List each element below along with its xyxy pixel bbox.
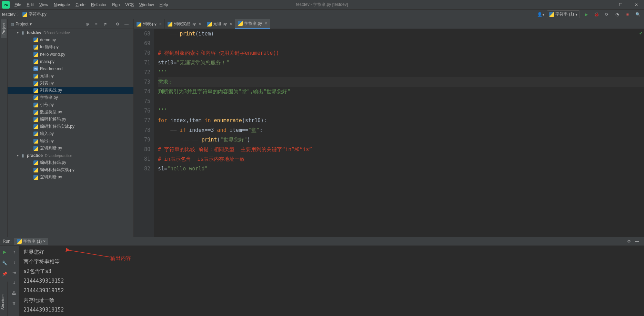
tree-file[interactable]: hello world.py [8,51,133,58]
window-title: testdev - 字符串.py [testdev] [296,2,348,8]
project-view-selector[interactable]: ▤ Project ▾ [10,22,32,27]
scroll-icon[interactable]: ⤓ [10,279,18,287]
tree-file[interactable]: 逻辑判断.py [8,173,133,181]
print-icon[interactable]: 🖶 [10,289,18,297]
titlebar: PC FFileile Edit View Navigate Code Refa… [0,0,644,10]
tree-file[interactable]: 输入.py [8,130,133,137]
tree-file[interactable]: 编码和解码.py [8,116,133,123]
wrench-icon[interactable]: 🔧 [0,259,9,267]
chevron-down-icon: ▾ [575,12,577,17]
rerun-button[interactable]: ▶ [0,248,9,256]
user-icon[interactable]: 👤▾ [536,10,545,19]
project-sidebar: ▤ Project ▾ ⊕ ≡ ≢ ⚙ — ▾ ▮ testdev D:\cod… [8,19,134,237]
run-toolbar-secondary: ↑ ↓ ⇥ ⤓ 🖶 🗑 [9,246,19,316]
tree-file[interactable]: 编码和解码实战.py [8,123,133,130]
pin-icon[interactable]: 📌 [0,270,9,278]
tree-file[interactable]: MDReadme.md [8,65,133,72]
run-hide-icon[interactable]: — [633,237,641,245]
maximize-button[interactable]: ☐ [613,0,628,10]
close-button[interactable]: ✕ [628,0,644,10]
stop-button[interactable]: ■ [623,10,632,19]
debug-button[interactable]: 🐞 [592,10,601,19]
menu-view[interactable]: View [37,1,51,9]
menu-file[interactable]: FFileile [12,1,24,9]
breadcrumb-project[interactable]: testdev [2,12,16,17]
tree-file[interactable]: 输出.py [8,137,133,145]
run-config-name: 字符串 (1) [555,11,574,17]
breadcrumb-file[interactable]: 字符串.py [29,11,47,17]
collapse-icon[interactable]: ≡ [92,20,100,28]
search-everywhere-button[interactable]: 🔍 [634,10,642,19]
menu-help[interactable]: Help [157,1,171,9]
tree-file[interactable]: 列表.py [8,80,133,87]
left-toolwindow-bar: Project [0,19,8,237]
tree-file[interactable]: 引号.py [8,101,133,108]
tree-file[interactable]: 字符串.py [8,94,133,101]
menu-refactor[interactable]: Refactor [88,1,109,9]
tree-file[interactable]: 元组.py [8,72,133,80]
close-icon[interactable]: × [230,22,232,27]
chevron-down-icon: ▾ [30,22,32,27]
breadcrumb: testdev 〉 字符串.py [2,11,47,17]
line-gutter: 686970717273747576777879808182 [134,29,154,237]
project-tree[interactable]: ▾ ▮ testdev D:\code\testdev demo.pyfor循环… [8,29,133,237]
tree-file[interactable]: main.py [8,58,133,65]
navbar: testdev 〉 字符串.py 👤▾ 字符串 (1) ▾ ▶ 🐞 ⟳ ◔ ■ … [0,10,644,19]
editor-tab[interactable]: 元组.py× [204,19,235,29]
app-icon: PC [2,1,10,9]
breadcrumb-sep: 〉 [17,11,21,17]
editor-tab[interactable]: 列表.py× [134,19,165,29]
python-icon [17,239,22,244]
menu-navigate[interactable]: Navigate [51,1,73,9]
structure-tool-tab[interactable]: Structure [0,291,6,313]
run-config-selector[interactable]: 字符串 (1) ▾ [547,10,580,18]
hide-icon[interactable]: — [122,20,131,28]
locate-icon[interactable]: ⊕ [83,20,91,28]
run-button[interactable]: ▶ [582,10,590,19]
editor-tab[interactable]: 字符串.py× [235,19,270,29]
tree-file[interactable]: 列表实战.py [8,87,133,94]
close-icon[interactable]: × [43,239,46,244]
minimize-button[interactable]: ─ [597,0,613,10]
profile-button[interactable]: ◔ [613,10,621,19]
close-icon[interactable]: × [199,22,201,27]
settings-icon[interactable]: ⚙ [113,20,122,28]
tree-file[interactable]: 编码和解码.py [8,159,133,166]
menu-edit[interactable]: Edit [24,1,37,9]
python-icon [549,12,554,17]
tree-root[interactable]: ▾ ▮ testdev D:\code\testdev [8,29,133,36]
close-icon[interactable]: × [159,22,162,27]
inspection-ok-icon[interactable]: ✔ [639,31,643,36]
tree-root-practice[interactable]: ▾ ▮ practice D:\code\practice [8,152,133,159]
editor-tab[interactable]: 列表实战.py× [165,19,204,29]
tree-file[interactable]: 数据类型.py [8,108,133,116]
coverage-button[interactable]: ⟳ [603,10,611,19]
tree-file[interactable]: 逻辑判断.py [8,145,133,152]
run-label: Run: [3,239,11,244]
trash-icon[interactable]: 🗑 [10,299,18,308]
python-icon [22,12,27,17]
tree-file[interactable]: demo.py [8,36,133,43]
expand-icon[interactable]: ≢ [101,20,109,28]
up-icon[interactable]: ↑ [10,248,18,256]
editor-tabs: 列表.py×列表实战.py×元组.py×字符串.py× [134,19,644,29]
menu-vcs[interactable]: VCS [122,1,137,9]
run-tab[interactable]: 字符串 (1) × [14,238,48,245]
annotation-text: 输出内容 [110,255,131,262]
code-lines[interactable]: —— print(item) # 得到对象的索引和内容 使用关键字enumera… [154,29,644,237]
editor: 列表.py×列表实战.py×元组.py×字符串.py× 686970717273… [134,19,644,237]
close-icon[interactable]: × [265,21,267,26]
softwrap-icon[interactable]: ⇥ [10,268,18,277]
run-panel: Run: 字符串 (1) × ⚙ — ▶ 🔧 📌 ↑ ↓ ⇥ ⤓ 🖶 🗑 世界您… [0,237,644,316]
down-icon[interactable]: ↓ [10,258,18,266]
tree-file[interactable]: 编码和解码实战.py [8,166,133,173]
project-tool-tab[interactable]: Project [1,19,7,38]
menu-window[interactable]: Window [137,1,157,9]
run-settings-icon[interactable]: ⚙ [625,237,633,245]
menu-code[interactable]: Code [73,1,88,9]
code-area[interactable]: 686970717273747576777879808182 —— print(… [134,29,644,237]
tree-file[interactable]: for循环.py [8,43,133,51]
menu-run[interactable]: Run [109,1,122,9]
